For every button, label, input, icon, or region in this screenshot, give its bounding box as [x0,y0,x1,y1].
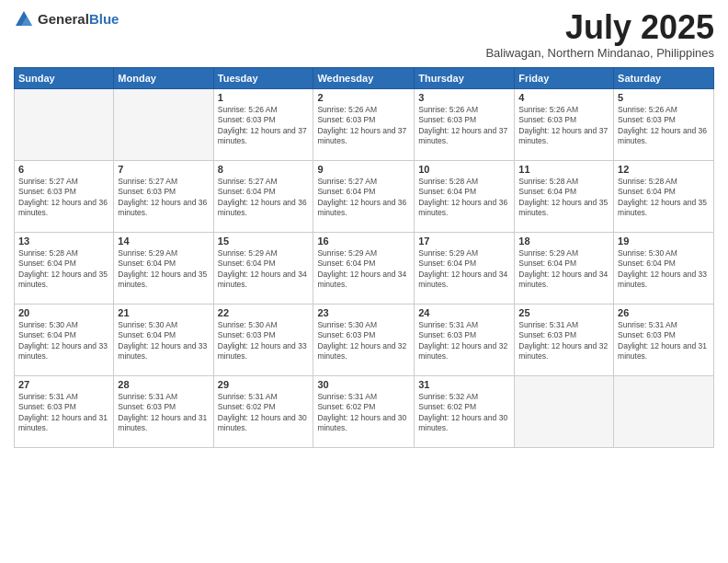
calendar-week-row: 20Sunrise: 5:30 AM Sunset: 6:04 PM Dayli… [15,304,714,375]
calendar-day: 28Sunrise: 5:31 AM Sunset: 6:03 PM Dayli… [114,375,213,447]
calendar-day: 14Sunrise: 5:29 AM Sunset: 6:04 PM Dayli… [114,232,213,304]
calendar-header-row: SundayMondayTuesdayWednesdayThursdayFrid… [15,67,714,88]
calendar-table: SundayMondayTuesdayWednesdayThursdayFrid… [14,67,714,448]
day-number: 26 [618,307,710,318]
calendar-day: 7Sunrise: 5:27 AM Sunset: 6:03 PM Daylig… [114,160,213,232]
day-info: Sunrise: 5:32 AM Sunset: 6:02 PM Dayligh… [418,392,510,434]
day-number: 10 [418,164,510,175]
day-info: Sunrise: 5:31 AM Sunset: 6:03 PM Dayligh… [418,320,510,362]
calendar-header-wednesday: Wednesday [313,67,415,88]
calendar-day: 8Sunrise: 5:27 AM Sunset: 6:04 PM Daylig… [213,160,313,232]
day-info: Sunrise: 5:29 AM Sunset: 6:04 PM Dayligh… [218,248,310,291]
calendar-day: 11Sunrise: 5:28 AM Sunset: 6:04 PM Dayli… [515,160,614,232]
day-number: 15 [218,236,310,247]
day-info: Sunrise: 5:30 AM Sunset: 6:03 PM Dayligh… [317,320,410,362]
calendar-week-row: 6Sunrise: 5:27 AM Sunset: 6:03 PM Daylig… [15,160,714,232]
day-info: Sunrise: 5:26 AM Sunset: 6:03 PM Dayligh… [218,105,310,147]
calendar-day: 20Sunrise: 5:30 AM Sunset: 6:04 PM Dayli… [15,304,114,375]
calendar-day: 12Sunrise: 5:28 AM Sunset: 6:04 PM Dayli… [614,160,714,232]
day-number: 9 [317,164,410,175]
day-number: 22 [218,307,310,318]
day-number: 19 [618,236,710,247]
calendar-header-thursday: Thursday [415,67,515,88]
day-info: Sunrise: 5:26 AM Sunset: 6:03 PM Dayligh… [317,105,410,147]
calendar-day: 21Sunrise: 5:30 AM Sunset: 6:04 PM Dayli… [114,304,213,375]
calendar-day: 13Sunrise: 5:28 AM Sunset: 6:04 PM Dayli… [15,232,114,304]
day-number: 30 [317,379,410,390]
title-block: July 2025 Baliwagan, Northern Mindanao, … [485,9,714,60]
day-number: 11 [518,164,609,175]
calendar-day: 26Sunrise: 5:31 AM Sunset: 6:03 PM Dayli… [614,304,714,375]
calendar-day: 4Sunrise: 5:26 AM Sunset: 6:03 PM Daylig… [515,88,614,160]
calendar-day: 27Sunrise: 5:31 AM Sunset: 6:03 PM Dayli… [15,375,114,447]
day-number: 18 [518,236,609,247]
day-number: 3 [418,92,510,103]
page: GeneralBlue July 2025 Baliwagan, Norther… [0,0,728,563]
calendar-day: 10Sunrise: 5:28 AM Sunset: 6:04 PM Dayli… [415,160,515,232]
day-info: Sunrise: 5:29 AM Sunset: 6:04 PM Dayligh… [118,248,209,291]
calendar-header-tuesday: Tuesday [213,67,313,88]
calendar-day: 24Sunrise: 5:31 AM Sunset: 6:03 PM Dayli… [415,304,515,375]
day-info: Sunrise: 5:28 AM Sunset: 6:04 PM Dayligh… [18,248,109,291]
logo-text: GeneralBlue [38,11,119,28]
day-number: 12 [618,164,710,175]
calendar-day: 19Sunrise: 5:30 AM Sunset: 6:04 PM Dayli… [614,232,714,304]
calendar-day: 17Sunrise: 5:29 AM Sunset: 6:04 PM Dayli… [415,232,515,304]
day-info: Sunrise: 5:31 AM Sunset: 6:03 PM Dayligh… [18,392,109,434]
day-number: 27 [18,379,109,390]
day-info: Sunrise: 5:27 AM Sunset: 6:03 PM Dayligh… [18,177,109,219]
day-info: Sunrise: 5:27 AM Sunset: 6:04 PM Dayligh… [317,177,410,219]
calendar-day: 3Sunrise: 5:26 AM Sunset: 6:03 PM Daylig… [415,88,515,160]
day-number: 6 [18,164,109,175]
day-info: Sunrise: 5:30 AM Sunset: 6:04 PM Dayligh… [18,320,109,362]
calendar-week-row: 1Sunrise: 5:26 AM Sunset: 6:03 PM Daylig… [15,88,714,160]
day-number: 16 [317,236,410,247]
day-number: 31 [418,379,510,390]
day-info: Sunrise: 5:28 AM Sunset: 6:04 PM Dayligh… [618,177,710,219]
calendar-day [614,375,714,447]
calendar-day [114,88,213,160]
calendar-day: 18Sunrise: 5:29 AM Sunset: 6:04 PM Dayli… [515,232,614,304]
calendar-day [515,375,614,447]
day-number: 25 [518,307,609,318]
calendar-header-sunday: Sunday [15,67,114,88]
calendar-day: 23Sunrise: 5:30 AM Sunset: 6:03 PM Dayli… [313,304,415,375]
day-number: 20 [18,307,109,318]
calendar-week-row: 27Sunrise: 5:31 AM Sunset: 6:03 PM Dayli… [15,375,714,447]
day-info: Sunrise: 5:31 AM Sunset: 6:03 PM Dayligh… [118,392,209,434]
calendar-day: 31Sunrise: 5:32 AM Sunset: 6:02 PM Dayli… [415,375,515,447]
day-info: Sunrise: 5:26 AM Sunset: 6:03 PM Dayligh… [618,105,710,147]
day-number: 13 [18,236,109,247]
day-number: 29 [218,379,310,390]
day-info: Sunrise: 5:28 AM Sunset: 6:04 PM Dayligh… [518,177,609,219]
month-year: July 2025 [485,9,714,46]
calendar-day: 2Sunrise: 5:26 AM Sunset: 6:03 PM Daylig… [313,88,415,160]
calendar-header-monday: Monday [114,67,213,88]
location: Baliwagan, Northern Mindanao, Philippine… [485,46,714,60]
day-info: Sunrise: 5:30 AM Sunset: 6:04 PM Dayligh… [118,320,209,362]
calendar-header-friday: Friday [515,67,614,88]
calendar-day: 6Sunrise: 5:27 AM Sunset: 6:03 PM Daylig… [15,160,114,232]
calendar-day: 16Sunrise: 5:29 AM Sunset: 6:04 PM Dayli… [313,232,415,304]
day-info: Sunrise: 5:29 AM Sunset: 6:04 PM Dayligh… [317,248,410,291]
logo-blue: Blue [89,11,119,27]
logo-general: General [38,11,89,27]
day-number: 5 [618,92,710,103]
day-number: 23 [317,307,410,318]
calendar-day: 22Sunrise: 5:30 AM Sunset: 6:03 PM Dayli… [213,304,313,375]
calendar-day: 25Sunrise: 5:31 AM Sunset: 6:03 PM Dayli… [515,304,614,375]
day-number: 21 [118,307,209,318]
calendar-day: 30Sunrise: 5:31 AM Sunset: 6:02 PM Dayli… [313,375,415,447]
calendar-header-saturday: Saturday [614,67,714,88]
calendar-week-row: 13Sunrise: 5:28 AM Sunset: 6:04 PM Dayli… [15,232,714,304]
day-info: Sunrise: 5:27 AM Sunset: 6:04 PM Dayligh… [218,177,310,219]
day-info: Sunrise: 5:31 AM Sunset: 6:03 PM Dayligh… [618,320,710,362]
day-number: 2 [317,92,410,103]
header: GeneralBlue July 2025 Baliwagan, Norther… [14,9,714,60]
day-info: Sunrise: 5:30 AM Sunset: 6:03 PM Dayligh… [218,320,310,362]
day-info: Sunrise: 5:31 AM Sunset: 6:02 PM Dayligh… [317,392,410,434]
day-info: Sunrise: 5:29 AM Sunset: 6:04 PM Dayligh… [518,248,609,291]
day-info: Sunrise: 5:26 AM Sunset: 6:03 PM Dayligh… [518,105,609,147]
day-number: 28 [118,379,209,390]
calendar-day: 5Sunrise: 5:26 AM Sunset: 6:03 PM Daylig… [614,88,714,160]
